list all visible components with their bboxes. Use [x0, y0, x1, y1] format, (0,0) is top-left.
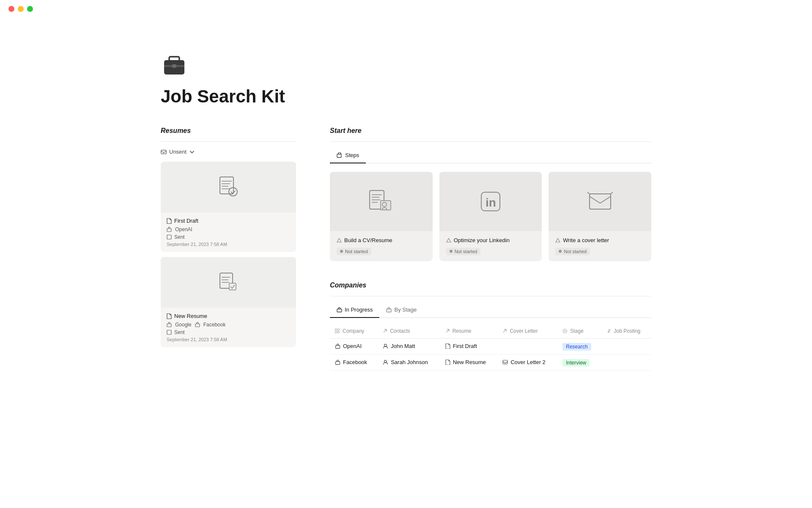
resume-sent-1: Sent — [167, 234, 290, 240]
svg-rect-31 — [336, 362, 340, 364]
step-card-cv[interactable]: Build a CV/Resume Not started — [330, 172, 433, 261]
resume-card-new-resume[interactable]: New Resume Google Facebook — [161, 257, 296, 347]
chevron-down-icon — [189, 149, 195, 155]
steps-tab-icon — [337, 152, 343, 158]
svg-rect-23 — [335, 329, 337, 330]
step-title-linkedin: Optimize your Linkedin — [446, 237, 535, 243]
svg-rect-22 — [387, 309, 391, 312]
svg-rect-1 — [169, 57, 179, 61]
svg-rect-8 — [167, 235, 171, 239]
step-card-cover-letter[interactable]: Write a cover letter Not started — [549, 172, 651, 261]
svg-rect-10 — [229, 283, 236, 290]
cell-resume-facebook: New Resume — [440, 354, 498, 370]
table-row-facebook[interactable]: Facebook Sarah Johnson — [330, 354, 651, 370]
in-progress-icon — [337, 307, 342, 312]
company-bldg-openai — [335, 343, 340, 349]
companies-header: Companies — [330, 282, 651, 289]
grid-icon — [335, 329, 340, 334]
resumes-section-header: Resumes — [161, 127, 296, 135]
resume-card-body-2: New Resume Google Facebook — [161, 308, 296, 347]
svg-rect-26 — [338, 331, 340, 333]
resume-card-first-draft[interactable]: First Draft OpenAI Sent — [161, 162, 296, 252]
svg-rect-25 — [335, 331, 337, 333]
minimize-button[interactable] — [18, 6, 24, 12]
tab-steps[interactable]: Steps — [330, 149, 366, 163]
cell-contact-facebook: Sarah Johnson — [378, 354, 440, 370]
company-icon-2a — [167, 322, 172, 327]
linkedin-icon: in — [478, 189, 503, 214]
svg-rect-11 — [167, 324, 171, 327]
checkbox-icon-1 — [167, 235, 172, 240]
svg-rect-13 — [167, 330, 171, 334]
resume-thumbnail-1 — [161, 162, 296, 213]
tab-in-progress[interactable]: In Progress — [330, 303, 379, 318]
svg-rect-24 — [338, 329, 340, 330]
col-header-cover-letter: Cover Letter — [497, 325, 557, 339]
step-thumb-linkedin: in — [439, 172, 542, 231]
cell-stage-facebook: Interview — [557, 354, 601, 370]
stage-tag-facebook: Interview — [562, 359, 590, 367]
status-badge-linkedin: Not started — [446, 248, 481, 255]
resume-date-1: September 21, 2023 7:58 AM — [167, 242, 290, 247]
unsent-filter[interactable]: Unsent — [161, 149, 296, 155]
start-here-divider — [330, 141, 651, 142]
company-icon-1 — [167, 227, 172, 232]
svg-rect-29 — [336, 345, 340, 348]
companies-section: Companies In Progress — [330, 282, 651, 371]
arrow-icon-contacts — [383, 329, 387, 333]
by-stage-icon — [386, 307, 392, 312]
file-icon-2 — [167, 313, 172, 319]
step-card-linkedin[interactable]: in Optimize your Linkedin — [439, 172, 542, 261]
cell-company-openai: OpenAI — [330, 338, 378, 354]
resume-sent-2: Sent — [167, 329, 290, 335]
svg-rect-5 — [220, 177, 233, 194]
svg-point-28 — [565, 330, 566, 331]
filter-label: Unsent — [169, 149, 187, 155]
start-here-header: Start here — [330, 127, 651, 135]
resumes-section: Resumes Unsent — [161, 127, 296, 352]
svg-rect-16 — [381, 201, 391, 210]
cell-cover-facebook: Cover Letter 2 — [497, 354, 557, 370]
col-header-contacts: Contacts — [378, 325, 440, 339]
start-here-section: Start here Steps — [330, 127, 651, 261]
file-icon-1 — [167, 218, 172, 224]
right-col: Start here Steps — [330, 127, 651, 371]
cv-icon — [366, 189, 396, 214]
triangle-icon-cover — [555, 238, 560, 243]
table-header-row: Company Contacts — [330, 325, 651, 339]
step-title-cover-letter: Write a cover letter — [555, 237, 645, 243]
status-dot-cover — [559, 250, 562, 253]
file-icon-row1 — [445, 343, 450, 349]
company-bldg-facebook — [335, 359, 340, 365]
step-title-cv: Build a CV/Resume — [337, 237, 426, 243]
maximize-button[interactable] — [27, 6, 33, 12]
svg-rect-20 — [590, 194, 611, 209]
resume-doc-icon-1 — [217, 176, 239, 198]
link-icon-posting — [606, 329, 612, 334]
person-icon-facebook — [383, 359, 388, 365]
resumes-divider — [161, 141, 296, 142]
cell-stage-openai: Research — [557, 338, 601, 354]
resume-title-1: First Draft — [167, 218, 290, 224]
resume-thumbnail-2 — [161, 257, 296, 308]
triangle-icon-cv — [337, 238, 342, 243]
cell-cover-openai — [497, 338, 557, 354]
file-icon-row2 — [445, 359, 450, 365]
stage-tag-openai: Research — [562, 343, 591, 351]
close-button[interactable] — [8, 6, 14, 12]
resume-companies-2: Google Facebook — [167, 322, 290, 328]
checkbox-icon-2 — [167, 330, 172, 335]
col-header-resume: Resume — [440, 325, 498, 339]
tab-by-stage[interactable]: By Stage — [379, 303, 423, 318]
arrow-icon-cover — [502, 329, 507, 333]
table-row-openai[interactable]: OpenAI John Matt — [330, 338, 651, 354]
cell-posting-openai — [601, 338, 651, 354]
step-thumb-cover-letter — [549, 172, 651, 231]
svg-rect-21 — [337, 309, 342, 312]
step-body-cv: Build a CV/Resume Not started — [330, 231, 433, 261]
cell-company-facebook: Facebook — [330, 354, 378, 370]
cell-resume-openai: First Draft — [440, 338, 498, 354]
titlebar — [0, 0, 812, 18]
page-icon — [161, 51, 651, 78]
company-icon-2b — [195, 322, 200, 327]
